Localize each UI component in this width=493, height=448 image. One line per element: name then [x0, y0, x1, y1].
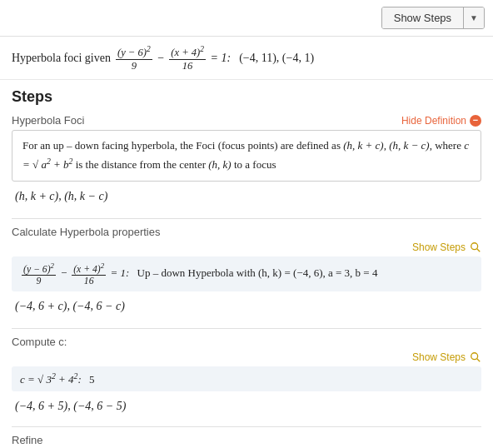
main-answer: (−4, 11), (−4, 1) [239, 52, 314, 65]
step-block-compute: Compute c: Show Steps c = √ 32 + 42: 5 (… [12, 336, 481, 418]
main-result: Hyperbola foci given (y − 6)2 9 − (x + 4… [0, 37, 493, 80]
step-result-math-3: (−4, 6 + 5), (−4, 6 − 5) [15, 400, 126, 412]
svg-line-3 [477, 359, 481, 362]
search-icon-2 [470, 241, 481, 253]
definition-box: For an up – down facing hyperbola, the F… [12, 130, 481, 182]
svg-point-0 [471, 243, 478, 250]
highlighted-box-2: (y − 6)2 9 − (x + 4)2 16 = 1: Up – down … [12, 256, 481, 291]
hide-definition-button[interactable]: Hide Definition − [401, 115, 481, 127]
show-steps-label-2: Show Steps [412, 241, 466, 253]
step-block-refine: Refine (−4, 11), (−4, 1) [12, 434, 481, 448]
show-steps-dropdown-arrow[interactable]: ▼ [463, 7, 484, 28]
show-steps-label-3: Show Steps [412, 351, 466, 363]
main-equation: (y − 6)2 9 − (x + 4)2 16 = 1: [114, 45, 231, 72]
steps-section: Steps Hyperbola Foci Hide Definition − F… [0, 80, 493, 448]
hide-def-icon: − [470, 115, 481, 127]
step-header-1: Hyperbola Foci Hide Definition − [12, 114, 481, 127]
step-label-4: Refine [12, 434, 481, 446]
compute-equation: c = √ 32 + 42: [20, 373, 84, 386]
search-icon-3 [470, 351, 481, 363]
step-label-3: Compute c: [12, 336, 481, 348]
show-steps-inline-3[interactable]: Show Steps [12, 351, 481, 363]
highlighted-box-3: c = √ 32 + 42: 5 [12, 366, 481, 391]
frac-left: (y − 6)2 9 [116, 45, 152, 72]
show-steps-btn-group[interactable]: Show Steps ▼ [381, 7, 485, 29]
show-steps-button[interactable]: Show Steps [382, 7, 463, 28]
calc-frac-right: (x + 4)2 16 [72, 261, 106, 286]
steps-title: Steps [12, 88, 481, 106]
hide-def-text: Hide Definition [401, 115, 466, 127]
step-block-calculate: Calculate Hyperbola properties Show Step… [12, 226, 481, 320]
frac-right: (x + 4)2 16 [169, 45, 206, 72]
divider-3 [12, 426, 481, 427]
top-bar: Show Steps ▼ [0, 0, 493, 37]
show-steps-inline-2[interactable]: Show Steps [12, 241, 481, 253]
step-label-1: Hyperbola Foci [12, 114, 84, 127]
step-result-math-1: (h, k + c), (h, k − c) [15, 190, 107, 202]
compute-result-value: 5 [89, 373, 95, 386]
step-result-2: (−4, 6 + c), (−4, 6 − c) [12, 296, 481, 320]
step-block-hyperbola-foci: Hyperbola Foci Hide Definition − For an … [12, 114, 481, 210]
svg-line-1 [477, 249, 481, 252]
step-result-1: (h, k + c), (h, k − c) [12, 187, 481, 210]
calc-equation: (y − 6)2 9 − (x + 4)2 16 = 1: [20, 266, 132, 279]
main-result-prefix: Hyperbola foci given [12, 52, 111, 65]
calc-frac-left: (y − 6)2 9 [22, 261, 56, 286]
calc-description: Up – down Hyperbola with (h, k) = (−4, 6… [137, 266, 378, 279]
step-label-2: Calculate Hyperbola properties [12, 226, 481, 238]
step-result-3: (−4, 6 + 5), (−4, 6 − 5) [12, 396, 481, 418]
step-result-math-2: (−4, 6 + c), (−4, 6 − c) [15, 300, 125, 312]
divider-1 [12, 218, 481, 219]
divider-2 [12, 328, 481, 329]
svg-point-2 [471, 353, 478, 360]
definition-text: For an up – down facing hyperbola, the F… [22, 139, 469, 171]
